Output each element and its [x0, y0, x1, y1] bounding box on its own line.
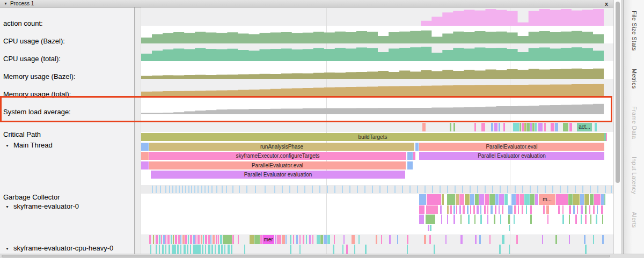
trace-slice[interactable]	[581, 215, 582, 224]
trace-slice[interactable]	[502, 205, 503, 214]
sidebar-tab-metrics[interactable]: Metrics	[631, 69, 638, 89]
trace-slice[interactable]	[178, 235, 180, 244]
trace-slice[interactable]	[218, 235, 219, 244]
gc-event-tick[interactable]	[334, 186, 335, 193]
trace-slice[interactable]	[516, 194, 519, 205]
trace-slice[interactable]	[171, 235, 172, 244]
trace-slice[interactable]	[422, 123, 426, 131]
trace-slice[interactable]	[585, 215, 587, 224]
trace-slice[interactable]	[569, 123, 572, 131]
counter-chart[interactable]	[141, 26, 613, 43]
trace-slice[interactable]	[467, 205, 469, 214]
trace-slice[interactable]	[595, 123, 597, 131]
trace-slice[interactable]	[555, 123, 558, 131]
trace-slice[interactable]	[535, 123, 537, 131]
gc-event-tick[interactable]	[349, 186, 350, 193]
trace-slice[interactable]	[149, 235, 151, 244]
trace-slice[interactable]	[522, 205, 523, 214]
trace-slice[interactable]	[453, 123, 455, 131]
trace-slice[interactable]	[205, 245, 206, 254]
gc-event-tick[interactable]	[357, 186, 358, 193]
counter-chart[interactable]	[141, 79, 613, 97]
trace-slice[interactable]	[468, 215, 470, 224]
gc-event-tick[interactable]	[232, 186, 233, 193]
gc-event-tick[interactable]	[327, 186, 328, 193]
trace-slice[interactable]: skyframeExecutor.configureTargets	[149, 152, 406, 160]
trace-slice[interactable]	[481, 123, 485, 131]
trace-slice[interactable]	[479, 194, 484, 205]
trace-slice[interactable]	[141, 161, 149, 169]
trace-slice[interactable]	[342, 245, 343, 254]
trace-slice[interactable]	[569, 235, 570, 244]
trace-slice[interactable]	[197, 235, 200, 244]
horizontal-scrollbar[interactable]	[0, 254, 644, 258]
trace-slice[interactable]	[211, 245, 213, 254]
gc-event-tick[interactable]	[191, 186, 192, 193]
trace-slice[interactable]	[354, 245, 355, 254]
gc-event-tick[interactable]	[522, 186, 523, 193]
expander-arrow-icon[interactable]: ▼	[5, 144, 9, 148]
gc-event-tick[interactable]	[194, 186, 195, 193]
trace-slice[interactable]	[177, 245, 179, 254]
trace-slice[interactable]	[413, 152, 415, 160]
trace-slice[interactable]	[182, 235, 185, 244]
trace-slice[interactable]	[415, 143, 419, 151]
trace-slice[interactable]	[450, 205, 452, 214]
trace-slice[interactable]	[485, 194, 489, 205]
trace-slice[interactable]	[581, 205, 583, 214]
trace-slice[interactable]	[317, 235, 320, 244]
trace-slice[interactable]	[334, 235, 335, 244]
gc-event-tick[interactable]	[515, 186, 516, 193]
trace-slice[interactable]	[187, 245, 188, 254]
gc-event-tick[interactable]	[208, 186, 209, 193]
counter-chart[interactable]	[141, 97, 613, 114]
gc-event-tick[interactable]	[182, 186, 183, 193]
trace-slice[interactable]	[180, 245, 181, 254]
trace-slice[interactable]	[419, 194, 426, 205]
gc-event-tick[interactable]	[387, 186, 388, 193]
trace-slice[interactable]	[499, 205, 500, 214]
trace-slice[interactable]	[202, 245, 203, 254]
gc-event-tick[interactable]	[417, 186, 418, 193]
trace-slice[interactable]	[185, 235, 187, 244]
trace-slice[interactable]	[250, 235, 254, 244]
trace-slice[interactable]	[352, 235, 355, 244]
trace-slice[interactable]	[593, 235, 594, 244]
trace-slice[interactable]	[161, 235, 162, 244]
trace-slice[interactable]	[585, 245, 587, 254]
trace-slice[interactable]	[213, 235, 215, 244]
trace-slice[interactable]	[495, 194, 499, 205]
trace-slice[interactable]	[524, 194, 530, 205]
trace-slice[interactable]	[303, 235, 304, 244]
gc-event-tick[interactable]	[575, 186, 576, 193]
trace-slice[interactable]: m...	[539, 194, 555, 205]
gc-event-tick[interactable]	[216, 186, 217, 193]
gc-event-tick[interactable]	[440, 186, 441, 193]
trace-slice[interactable]	[470, 205, 471, 214]
trace-slice[interactable]	[491, 205, 493, 214]
trace-slice[interactable]	[193, 245, 201, 254]
trace-slice[interactable]	[231, 245, 232, 254]
sidebar-tab-file-size-stats[interactable]: File Size Stats	[631, 11, 638, 51]
trace-slice[interactable]	[224, 245, 225, 254]
gc-event-tick[interactable]	[197, 186, 199, 193]
trace-slice[interactable]	[312, 235, 313, 244]
trace-slice[interactable]	[223, 235, 232, 244]
trace-slice[interactable]	[165, 235, 166, 244]
gc-event-tick[interactable]	[297, 186, 298, 193]
gc-event-tick[interactable]	[530, 186, 531, 193]
gc-event-tick[interactable]	[545, 186, 546, 193]
trace-slice[interactable]	[494, 123, 497, 131]
trace-slice[interactable]	[487, 205, 488, 214]
trace-slice[interactable]	[473, 205, 475, 214]
trace-slice[interactable]	[407, 245, 408, 254]
trace-slice[interactable]	[489, 194, 495, 205]
gc-event-tick[interactable]	[537, 186, 538, 193]
gc-event-tick[interactable]	[312, 186, 313, 193]
trace-slice[interactable]	[447, 194, 455, 205]
trace-slice[interactable]	[238, 235, 239, 244]
trace-slice[interactable]	[602, 235, 604, 244]
trace-slice[interactable]	[429, 235, 431, 244]
trace-slice[interactable]	[389, 235, 391, 244]
trace-slice[interactable]	[232, 235, 234, 244]
